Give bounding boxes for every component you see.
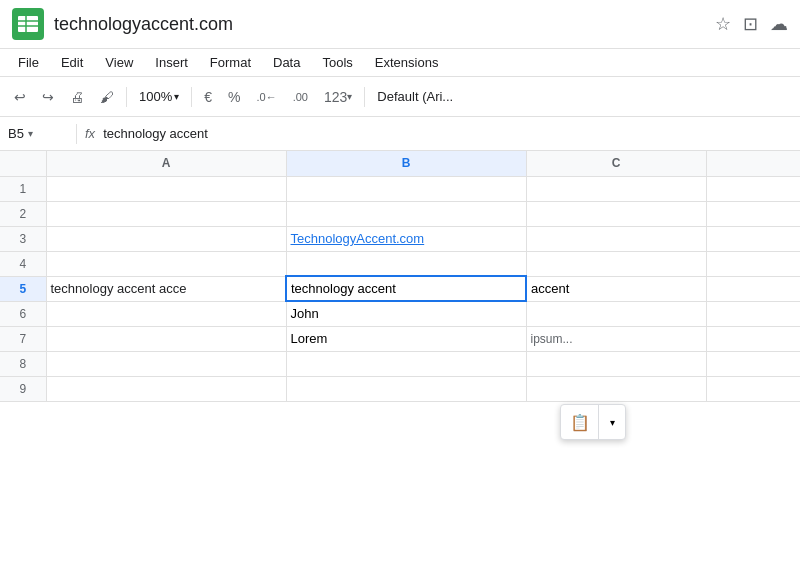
table-row: 8 (0, 351, 800, 376)
table-row: 5 technology accent acce technology acce… (0, 276, 800, 301)
menu-tools[interactable]: Tools (312, 51, 362, 74)
percent-button[interactable]: % (222, 85, 246, 109)
cell-b8[interactable] (286, 351, 526, 376)
corner-header (0, 151, 46, 176)
cell-d6[interactable] (706, 301, 800, 326)
col-header-d[interactable] (706, 151, 800, 176)
number-format-dropdown: ▾ (347, 91, 352, 102)
row-num-5: 5 (0, 276, 46, 301)
zoom-label: 100% (139, 89, 172, 104)
col-header-b[interactable]: B (286, 151, 526, 176)
cell-b5[interactable]: technology accent (286, 276, 526, 301)
cell-a3[interactable] (46, 226, 286, 251)
menu-format[interactable]: Format (200, 51, 261, 74)
redo-button[interactable]: ↪ (36, 85, 60, 109)
number-format-button[interactable]: 123 ▾ (318, 85, 358, 109)
title-bar: technologyaccent.com ☆ ⊡ ☁ (0, 0, 800, 49)
row-num-7: 7 (0, 326, 46, 351)
cell-d9[interactable] (706, 376, 800, 401)
cell-d3[interactable] (706, 226, 800, 251)
table-row: 1 (0, 176, 800, 201)
undo-button[interactable]: ↩ (8, 85, 32, 109)
decimal-less-button[interactable]: .0 ← (251, 87, 283, 107)
cell-c6[interactable] (526, 301, 706, 326)
cell-a9[interactable] (46, 376, 286, 401)
row-num-8: 8 (0, 351, 46, 376)
cell-c2[interactable] (526, 201, 706, 226)
cell-c7[interactable]: ipsum... (526, 326, 706, 351)
cell-a8[interactable] (46, 351, 286, 376)
menu-edit[interactable]: Edit (51, 51, 93, 74)
forward-icon[interactable]: ⊡ (743, 13, 758, 35)
title-icons: ☆ ⊡ ☁ (715, 13, 788, 35)
cell-a6[interactable] (46, 301, 286, 326)
decimal-left-arrow: ← (266, 91, 277, 103)
cell-a5[interactable]: technology accent acce (46, 276, 286, 301)
cell-d1[interactable] (706, 176, 800, 201)
cell-c5[interactable]: accent (526, 276, 706, 301)
decimal-more-button[interactable]: .00 (287, 87, 314, 107)
cell-c1[interactable] (526, 176, 706, 201)
paste-popup: 📋 ▾ (560, 404, 626, 440)
cell-d7[interactable] (706, 326, 800, 351)
page-title: technologyaccent.com (54, 14, 705, 35)
cell-b6[interactable]: John (286, 301, 526, 326)
col-header-c[interactable]: C (526, 151, 706, 176)
cell-a1[interactable] (46, 176, 286, 201)
star-icon[interactable]: ☆ (715, 13, 731, 35)
cell-ref-dropdown-icon: ▾ (28, 128, 33, 139)
cell-c4[interactable] (526, 251, 706, 276)
paste-dropdown-button[interactable]: ▾ (599, 405, 625, 439)
svg-rect-1 (18, 16, 38, 32)
cell-d2[interactable] (706, 201, 800, 226)
cell-reference[interactable]: B5 ▾ (8, 126, 68, 141)
menu-file[interactable]: File (8, 51, 49, 74)
table-row: 6 John (0, 301, 800, 326)
decimal-more-label: .00 (293, 91, 308, 103)
cell-d4[interactable] (706, 251, 800, 276)
cell-b9[interactable] (286, 376, 526, 401)
zoom-button[interactable]: 100% ▾ (133, 85, 185, 108)
menu-insert[interactable]: Insert (145, 51, 198, 74)
zoom-dropdown-icon: ▾ (174, 91, 179, 102)
sheet-table: A B C 1 2 (0, 151, 800, 402)
row-num-6: 6 (0, 301, 46, 326)
cell-b2[interactable] (286, 201, 526, 226)
col-header-a[interactable]: A (46, 151, 286, 176)
cell-a7[interactable] (46, 326, 286, 351)
font-select-button[interactable]: Default (Ari... (371, 85, 459, 108)
cell-d8[interactable] (706, 351, 800, 376)
row-num-2: 2 (0, 201, 46, 226)
toolbar-separator-1 (126, 87, 127, 107)
table-row: 3 TechnologyAccent.com (0, 226, 800, 251)
formula-bar-divider (76, 124, 77, 144)
cell-d5[interactable] (706, 276, 800, 301)
cloud-icon[interactable]: ☁ (770, 13, 788, 35)
number-format-label: 123 (324, 89, 347, 105)
cell-c9[interactable] (526, 376, 706, 401)
paste-dropdown-icon: ▾ (610, 417, 615, 428)
cell-c3[interactable] (526, 226, 706, 251)
menu-view[interactable]: View (95, 51, 143, 74)
paint-format-button[interactable]: 🖌 (94, 85, 120, 109)
cell-a4[interactable] (46, 251, 286, 276)
menu-extensions[interactable]: Extensions (365, 51, 449, 74)
row-num-1: 1 (0, 176, 46, 201)
spreadsheet: A B C 1 2 (0, 151, 800, 402)
cell-ref-value: B5 (8, 126, 24, 141)
euro-button[interactable]: € (198, 85, 218, 109)
print-button[interactable]: 🖨 (64, 85, 90, 109)
formula-bar: B5 ▾ fx technology accent (0, 117, 800, 151)
paste-button[interactable]: 📋 (561, 405, 599, 439)
cell-b3[interactable]: TechnologyAccent.com (286, 226, 526, 251)
cell-b7[interactable]: Lorem (286, 326, 526, 351)
cell-a2[interactable] (46, 201, 286, 226)
table-row: 7 Lorem ipsum... (0, 326, 800, 351)
row-num-4: 4 (0, 251, 46, 276)
menu-data[interactable]: Data (263, 51, 310, 74)
cell-b4[interactable] (286, 251, 526, 276)
cell-b1[interactable] (286, 176, 526, 201)
toolbar-separator-2 (191, 87, 192, 107)
cell-c8[interactable] (526, 351, 706, 376)
decimal-less-label: .0 (257, 91, 266, 103)
